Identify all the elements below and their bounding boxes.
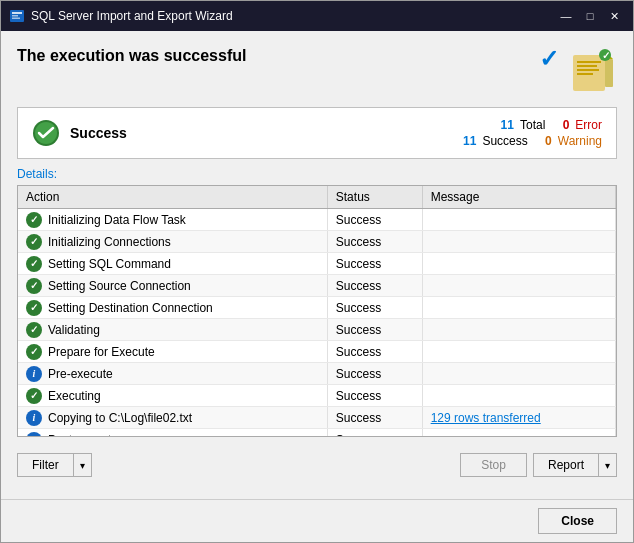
- action-text: Post-execute: [48, 433, 118, 438]
- svg-rect-6: [577, 65, 597, 67]
- status-cell: Success: [327, 429, 422, 438]
- status-cell: Success: [327, 363, 422, 385]
- success-icon: ✓: [26, 388, 42, 404]
- svg-rect-1: [12, 12, 22, 14]
- page-header: The execution was successful ✓ ✓: [17, 47, 617, 95]
- table-row: iCopying to C:\Log\file02.txtSuccess129 …: [18, 407, 616, 429]
- filter-dropdown-button[interactable]: ▾: [73, 454, 91, 476]
- status-cell: Success: [327, 407, 422, 429]
- success-icon: ✓: [26, 234, 42, 250]
- success-checkmark: ✓: [539, 45, 559, 73]
- report-button[interactable]: Report: [534, 454, 598, 476]
- svg-rect-2: [12, 15, 18, 17]
- table-body: ✓Initializing Data Flow TaskSuccess✓Init…: [18, 209, 616, 438]
- message-cell: [422, 297, 615, 319]
- action-cell: iPre-execute: [18, 363, 327, 385]
- action-text: Setting Destination Connection: [48, 301, 213, 315]
- status-cell: Success: [327, 341, 422, 363]
- success-label: Success: [70, 125, 127, 141]
- success-stat-row: 11 Success 0 Warning: [458, 134, 602, 148]
- success-count: 11: [458, 134, 476, 148]
- details-table-container[interactable]: Action Status Message ✓Initializing Data…: [17, 185, 617, 437]
- action-cell: iCopying to C:\Log\file02.txt: [18, 407, 327, 429]
- success-label-stat: Success: [482, 134, 527, 148]
- action-text: Executing: [48, 389, 101, 403]
- message-cell: [422, 385, 615, 407]
- footer-bar: Close: [1, 499, 633, 542]
- close-button[interactable]: Close: [538, 508, 617, 534]
- table-header: Action Status Message: [18, 186, 616, 209]
- info-icon: i: [26, 366, 42, 382]
- action-cell: ✓Initializing Data Flow Task: [18, 209, 327, 231]
- svg-text:✓: ✓: [602, 50, 610, 61]
- success-icon: ✓: [26, 300, 42, 316]
- message-cell: [422, 319, 615, 341]
- wizard-icon: ✓: [569, 47, 617, 95]
- message-cell: [422, 341, 615, 363]
- status-cell: Success: [327, 209, 422, 231]
- success-stats: 11 Total 0 Error 11 Success 0 Warning: [458, 118, 602, 148]
- message-link[interactable]: 129 rows transferred: [431, 411, 541, 425]
- message-cell: [422, 209, 615, 231]
- filter-button-group[interactable]: Filter ▾: [17, 453, 92, 477]
- table-row: ✓Setting Source ConnectionSuccess: [18, 275, 616, 297]
- success-left: Success: [32, 119, 127, 147]
- total-label: Total: [520, 118, 545, 132]
- action-cell: ✓Setting Source Connection: [18, 275, 327, 297]
- status-cell: Success: [327, 297, 422, 319]
- toolbar-right: Stop Report ▾: [460, 453, 617, 477]
- action-text: Validating: [48, 323, 100, 337]
- svg-rect-5: [577, 61, 601, 63]
- svg-rect-3: [12, 18, 20, 20]
- minimize-button[interactable]: —: [555, 6, 577, 26]
- warning-label: Warning: [558, 134, 602, 148]
- table-row: ✓Initializing Data Flow TaskSuccess: [18, 209, 616, 231]
- info-icon: i: [26, 410, 42, 426]
- svg-rect-10: [605, 59, 613, 87]
- col-action: Action: [18, 186, 327, 209]
- total-stat-row: 11 Total 0 Error: [496, 118, 602, 132]
- message-cell: [422, 429, 615, 438]
- message-cell: [422, 275, 615, 297]
- report-dropdown-button[interactable]: ▾: [598, 454, 616, 476]
- toolbar-left: Filter ▾: [17, 453, 92, 477]
- action-cell: ✓Setting Destination Connection: [18, 297, 327, 319]
- message-cell: [422, 363, 615, 385]
- action-cell: ✓Validating: [18, 319, 327, 341]
- report-button-group[interactable]: Report ▾: [533, 453, 617, 477]
- total-count: 11: [496, 118, 514, 132]
- action-cell: ✓Initializing Connections: [18, 231, 327, 253]
- table-row: ✓Setting SQL CommandSuccess: [18, 253, 616, 275]
- action-cell: ✓Executing: [18, 385, 327, 407]
- table-row: ✓ValidatingSuccess: [18, 319, 616, 341]
- main-window: SQL Server Import and Export Wizard — □ …: [0, 0, 634, 543]
- close-window-button[interactable]: ✕: [603, 6, 625, 26]
- col-message: Message: [422, 186, 615, 209]
- maximize-button[interactable]: □: [579, 6, 601, 26]
- app-icon: [9, 8, 25, 24]
- status-cell: Success: [327, 275, 422, 297]
- success-icon: ✓: [26, 256, 42, 272]
- title-bar: SQL Server Import and Export Wizard — □ …: [1, 1, 633, 31]
- status-cell: Success: [327, 253, 422, 275]
- success-icon: ✓: [26, 278, 42, 294]
- success-circle-icon: [32, 119, 60, 147]
- action-text: Initializing Data Flow Task: [48, 213, 186, 227]
- filter-button[interactable]: Filter: [18, 454, 73, 476]
- message-cell[interactable]: 129 rows transferred: [422, 407, 615, 429]
- warning-count: 0: [534, 134, 552, 148]
- success-icon: ✓: [26, 212, 42, 228]
- status-cell: Success: [327, 231, 422, 253]
- action-text: Setting SQL Command: [48, 257, 171, 271]
- message-cell: [422, 253, 615, 275]
- details-table: Action Status Message ✓Initializing Data…: [18, 186, 616, 437]
- stop-button[interactable]: Stop: [460, 453, 527, 477]
- window-controls: — □ ✕: [555, 6, 625, 26]
- success-panel: Success 11 Total 0 Error 11 Success 0 Wa…: [17, 107, 617, 159]
- table-row: ✓Setting Destination ConnectionSuccess: [18, 297, 616, 319]
- table-row: iPre-executeSuccess: [18, 363, 616, 385]
- message-cell: [422, 231, 615, 253]
- content-area: The execution was successful ✓ ✓: [1, 31, 633, 499]
- bottom-toolbar: Filter ▾ Stop Report ▾: [17, 447, 617, 483]
- error-count: 0: [551, 118, 569, 132]
